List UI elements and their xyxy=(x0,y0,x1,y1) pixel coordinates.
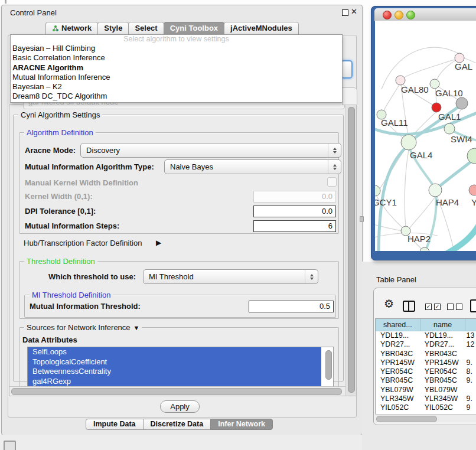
tab-infer-network[interactable]: Infer Network xyxy=(210,419,273,430)
close-icon[interactable]: ✕ xyxy=(351,7,357,16)
control-panel-titlebar[interactable]: Control Panel ✕ xyxy=(2,5,362,21)
tab-impute-data[interactable]: Impute Data xyxy=(86,419,144,430)
gear-icon[interactable]: ⚙ xyxy=(384,298,394,309)
aracne-mode-label: Aracne Mode: xyxy=(25,146,76,155)
table-row[interactable]: YBL079WYBL079W xyxy=(376,386,476,394)
node-hap4[interactable] xyxy=(429,184,442,197)
dpi-tolerance-field[interactable]: 0.0 xyxy=(253,206,336,217)
column-header-shared-name[interactable]: shared... xyxy=(376,319,420,331)
table-row[interactable]: YIL052CYIL052C9 xyxy=(376,403,476,412)
column-header-cut[interactable] xyxy=(465,319,476,331)
node-gal80[interactable] xyxy=(396,76,405,85)
node-right-green[interactable] xyxy=(467,148,476,164)
manual-kernel-checkbox[interactable] xyxy=(327,177,337,187)
column-header-name[interactable]: name xyxy=(420,319,466,331)
dropdown-item-basic-correlation[interactable]: Basic Correlation Inference xyxy=(11,53,342,63)
tab-cyni-toolbox[interactable]: Cyni Toolbox xyxy=(164,22,224,35)
list-item-topologicalcoefficient[interactable]: TopologicalCoefficient xyxy=(28,357,321,367)
table-row[interactable]: YPR145WYPR145W9. xyxy=(376,358,476,367)
node-label-hap2: HAP2 xyxy=(407,234,431,244)
expand-right-icon[interactable]: ▶ xyxy=(156,239,161,247)
network-view-window[interactable]: GAL GAL80 GAL10 GAL1 GAL11 SWI4 GAL4 GCY… xyxy=(371,6,476,260)
minimize-traffic-light[interactable] xyxy=(395,11,403,19)
mi-threshold-label: Mutual Information Threshold: xyxy=(30,302,141,311)
hub-section-label[interactable]: Hub/Transcription Factor Definition xyxy=(24,239,142,247)
dropdown-item-aracne[interactable]: ARACNE Algorithm xyxy=(11,63,342,73)
node-gcy1[interactable] xyxy=(375,185,380,196)
list-scrollbar-thumb[interactable] xyxy=(325,350,332,380)
panel-splitter-grip[interactable] xyxy=(360,216,364,222)
close-traffic-light[interactable] xyxy=(383,11,392,19)
node-swi4[interactable] xyxy=(444,123,455,134)
which-threshold-label: Which threshold to use: xyxy=(48,272,136,281)
node-gal10[interactable] xyxy=(430,79,439,89)
table-horizontal-thumb[interactable] xyxy=(376,416,437,422)
table-panel-title: Table Panel xyxy=(376,275,416,284)
table-row[interactable]: YBR045CYBR045C9. xyxy=(376,376,476,385)
combo-corner-fragment xyxy=(342,87,357,105)
table-row[interactable]: YBR043CYBR043C xyxy=(376,350,476,358)
dropdown-item-bayesian-hill-climbing[interactable]: Bayesian – Hill Climbing xyxy=(11,44,342,53)
node-gal4[interactable] xyxy=(401,135,416,150)
float-window-icon[interactable] xyxy=(342,9,348,16)
cell-name: YER054C xyxy=(420,367,465,376)
tab-select[interactable]: Select xyxy=(128,22,164,35)
dropdown-item-mutual-information[interactable]: Mutual Information Inference xyxy=(11,73,342,82)
table-horizontal-scrollbar[interactable] xyxy=(375,414,476,422)
cell-shared: YLR345W xyxy=(376,394,420,403)
node-salmon[interactable] xyxy=(469,185,476,195)
list-item-betweennesscentrality[interactable]: BetweennessCentrality xyxy=(28,367,321,377)
tab-jactivemnodules[interactable]: jActiveMNodules xyxy=(224,22,299,35)
split-columns-icon[interactable] xyxy=(403,301,415,312)
mi-steps-field[interactable]: 6 xyxy=(253,220,336,232)
kernel-width-field[interactable]: 0.0 xyxy=(253,191,336,203)
cell-val: 9. xyxy=(464,394,476,403)
cell-shared: YBR045C xyxy=(376,376,420,385)
table-row[interactable]: YDR27...YDR27...12 xyxy=(376,340,476,349)
list-item-selfloops[interactable]: SelfLoops xyxy=(28,347,321,357)
cell-val: 8. xyxy=(464,367,476,376)
settings-scrollpane: Cyni Algorithm Settings Algorithm Defini… xyxy=(9,105,357,396)
node-label-hap4: HAP4 xyxy=(436,197,459,207)
list-item-gal4rgexp[interactable]: gal4RGexp xyxy=(28,377,321,387)
control-panel-window: Control Panel ✕ Network Style Select Cyn… xyxy=(1,5,363,435)
which-threshold-combo[interactable]: MI Threshold xyxy=(143,269,318,284)
table-row[interactable]: YLR345WYLR345W9. xyxy=(376,394,476,403)
dropdown-item-dream8[interactable]: Dream8 DC_TDC Algorithm xyxy=(11,92,342,101)
table-body: YDL19...YDL19...13 YDR27...YDR27...12 YB… xyxy=(376,331,476,413)
deselect-all-columns-icon[interactable] xyxy=(447,304,462,310)
apply-button[interactable]: Apply xyxy=(160,400,200,413)
network-canvas[interactable]: GAL GAL80 GAL10 GAL1 GAL11 SWI4 GAL4 GCY… xyxy=(375,21,476,251)
node-gal1[interactable] xyxy=(432,103,441,112)
settings-vertical-thumb[interactable] xyxy=(348,107,355,393)
dropdown-item-bayesian-k2[interactable]: Bayesian – K2 xyxy=(11,82,342,92)
cell-val: 13 xyxy=(464,331,476,340)
combo-spinner-icon xyxy=(328,160,341,174)
aracne-mode-combo[interactable]: Discovery xyxy=(80,143,341,158)
algorithm-combo-focus-fragment[interactable] xyxy=(341,60,353,79)
expand-down-icon[interactable]: ▼ xyxy=(133,324,140,331)
tab-style[interactable]: Style xyxy=(97,22,129,35)
table-row[interactable]: YER054CYER054C8. xyxy=(376,367,476,376)
threshold-definition-title: Threshold Definition xyxy=(24,257,97,266)
node-gray[interactable] xyxy=(456,97,468,109)
settings-vertical-scrollbar[interactable] xyxy=(345,105,356,396)
network-window-titlebar[interactable] xyxy=(374,8,476,21)
dock-panel-icon[interactable] xyxy=(4,441,16,450)
aracne-mode-value: Discovery xyxy=(86,146,120,155)
mi-threshold-field[interactable]: 0.5 xyxy=(249,301,334,312)
table-row[interactable]: YDL19...YDL19...13 xyxy=(376,331,476,340)
checked-box-icon: ✓ xyxy=(425,304,432,310)
node-label-gal10: GAL10 xyxy=(435,88,463,98)
tab-discretize-data[interactable]: Discretize Data xyxy=(143,419,211,430)
settings-horizontal-thumb[interactable] xyxy=(11,388,342,395)
zoom-traffic-light[interactable] xyxy=(406,11,415,19)
data-attributes-list[interactable]: SelfLoops TopologicalCoefficient Between… xyxy=(27,347,334,387)
tab-network[interactable]: Network xyxy=(45,22,98,35)
document-icon[interactable] xyxy=(470,299,476,312)
table-panel: ⚙ ✓ ✓ shared... name YDL19...YDL19...13 … xyxy=(373,288,476,425)
settings-horizontal-scrollbar[interactable] xyxy=(9,386,345,396)
mi-type-combo[interactable]: Naive Bayes xyxy=(164,159,341,174)
select-all-columns-icon[interactable]: ✓ ✓ xyxy=(425,304,441,310)
cell-val xyxy=(464,350,476,358)
